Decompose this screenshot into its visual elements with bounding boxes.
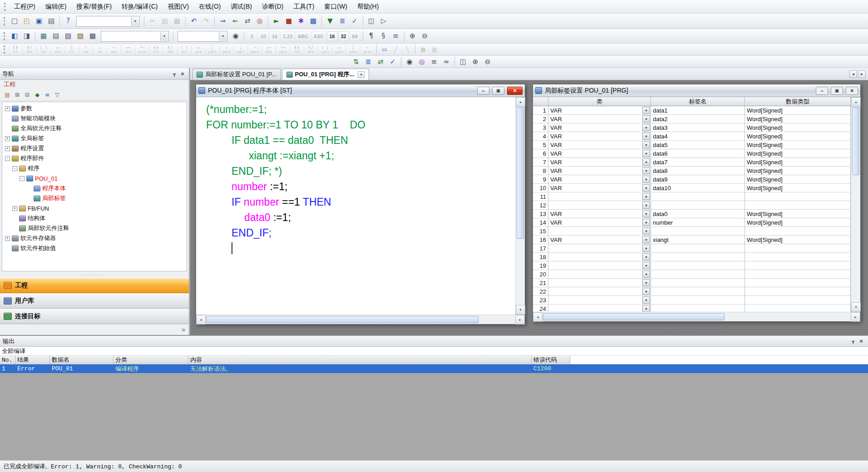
label-name-cell[interactable]: number xyxy=(651,218,745,226)
class-cell[interactable]: VAR xyxy=(548,115,651,123)
help-button[interactable]: ? xyxy=(62,15,74,27)
expand-icon[interactable]: + xyxy=(12,206,17,211)
ladder-symbol-sf6-button[interactable]: ▭sF6 xyxy=(51,44,64,55)
watch-register-button[interactable]: ◫ xyxy=(457,56,469,68)
st-view-button[interactable]: ▤ xyxy=(50,30,62,42)
data-type-cell[interactable]: Word[Signed] xyxy=(745,167,851,175)
edit-line-button[interactable]: ╱ xyxy=(390,44,401,54)
scroll-tabs-right-icon[interactable] xyxy=(858,70,866,78)
output-col-category[interactable]: 分类 xyxy=(113,356,188,364)
label-name-cell[interactable]: data8 xyxy=(651,167,745,175)
menu-drag-handle[interactable] xyxy=(4,3,7,11)
zoom-in-button[interactable]: ⊕ xyxy=(407,30,419,42)
collapse-icon[interactable]: - xyxy=(5,156,10,161)
horizontal-scrollbar[interactable] xyxy=(196,315,525,324)
expand-all-button[interactable]: ⊞ xyxy=(13,90,22,99)
ladder-symbol-f5-button[interactable]: ┥┝F5 xyxy=(9,44,22,55)
ladder-symbol-f9-button[interactable]: ↓F9 xyxy=(93,44,107,55)
class-dropdown-button[interactable] xyxy=(642,219,650,226)
label-name-cell[interactable]: data10 xyxy=(651,184,745,192)
splitter-handle[interactable] xyxy=(0,272,189,278)
tree-item-device-initial-value[interactable]: 软元件初始值 xyxy=(2,243,187,253)
redo-button[interactable]: ↷ xyxy=(200,15,212,27)
output-col-no[interactable]: No. xyxy=(0,356,15,364)
data-type-cell[interactable]: Word[Signed] xyxy=(745,123,851,132)
label-name-cell[interactable]: data9 xyxy=(651,175,745,183)
device-batch-monitor-button[interactable]: ▩ xyxy=(307,15,319,27)
label-name-cell[interactable] xyxy=(651,192,745,201)
menu-item-4[interactable]: 转换/编译(C) xyxy=(117,1,163,13)
class-cell[interactable] xyxy=(548,296,651,304)
rebuild-all-button[interactable]: ≣ xyxy=(336,15,348,27)
scroll-tabs-left-icon[interactable] xyxy=(849,70,857,78)
open-project-button[interactable]: ◰ xyxy=(21,15,33,27)
monitor-16bit-button[interactable]: 16 xyxy=(327,31,338,41)
data-type-cell[interactable]: Word[Signed] xyxy=(745,132,851,140)
zoom-in-button[interactable]: ⊕ xyxy=(469,56,481,68)
copy-button[interactable]: ▥ xyxy=(159,15,171,27)
delete-line-button[interactable]: ╲ xyxy=(402,44,413,54)
monitor-64bit-button[interactable]: 64 xyxy=(350,31,360,41)
tree-item-global-label[interactable]: +全局标签 xyxy=(2,133,187,143)
close-tab-icon[interactable] xyxy=(358,71,365,78)
class-cell[interactable] xyxy=(548,287,651,295)
data-type-cell[interactable] xyxy=(745,192,851,201)
find-button[interactable]: ◉ xyxy=(230,30,242,42)
class-cell[interactable] xyxy=(548,244,651,252)
sampling-trace-button[interactable]: ≈ xyxy=(440,56,452,68)
inline-st-insert-button[interactable]: ▭ xyxy=(379,44,390,54)
project-view-button[interactable]: 工程 xyxy=(0,278,189,293)
st-editor-titlebar[interactable]: POU_01 [PRG] 程序本体 [ST] xyxy=(196,84,525,97)
expand-icon[interactable]: + xyxy=(5,106,10,111)
build-button[interactable]: ▼ xyxy=(324,15,336,27)
class-cell[interactable] xyxy=(548,201,651,209)
note-display-button[interactable]: ≡ xyxy=(390,30,402,42)
data-type-cell[interactable] xyxy=(745,244,851,252)
collapse-all-button[interactable]: ⊟ xyxy=(23,90,32,99)
class-cell[interactable]: VAR xyxy=(548,123,651,132)
filter-button[interactable]: ▽ xyxy=(53,90,62,99)
ladder-symbol-af10-button[interactable]: ─aF10 xyxy=(360,44,374,55)
label-name-cell[interactable]: xiangt xyxy=(651,236,745,244)
cross-reference-button[interactable]: ◎ xyxy=(416,56,428,68)
tree-item-device-memory[interactable]: +软元件存储器 xyxy=(2,233,187,243)
watch-window-button[interactable]: ◫ xyxy=(365,15,377,27)
pin-icon[interactable] xyxy=(170,70,178,78)
ladder-symbol-sf8-button[interactable]: ┥/sF8 xyxy=(163,44,177,55)
monitor-32bit-button[interactable]: 32 xyxy=(338,31,349,41)
expand-icon[interactable]: + xyxy=(5,136,10,141)
label-name-cell[interactable] xyxy=(651,201,745,209)
label-name-cell[interactable] xyxy=(651,244,745,252)
class-cell[interactable] xyxy=(548,270,651,278)
class-cell[interactable] xyxy=(548,261,651,270)
minimize-button[interactable] xyxy=(477,87,489,95)
column-header-class[interactable]: 类 xyxy=(548,97,651,106)
output-error-row[interactable]: 1 Error POU_01 编译程序 无法解析语法。 C1200 xyxy=(0,364,868,373)
chevron-down-icon[interactable] xyxy=(131,17,139,26)
scrollbar-thumb[interactable] xyxy=(543,313,725,320)
find-device-button[interactable]: ◉ xyxy=(404,56,415,68)
label-settings-titlebar[interactable]: 局部标签设置 POU_01 [PRG] xyxy=(533,84,860,97)
scrollbar-thumb[interactable] xyxy=(852,107,859,175)
class-dropdown-button[interactable] xyxy=(642,227,650,235)
view-combo[interactable] xyxy=(101,31,169,42)
toolbar-combo[interactable] xyxy=(76,16,140,27)
chevron-down-icon[interactable] xyxy=(160,32,168,41)
display-hexadecimal-button[interactable]: 16 xyxy=(269,31,280,41)
scrollbar-thumb[interactable] xyxy=(206,316,478,323)
scroll-down-icon[interactable] xyxy=(851,302,861,312)
class-cell[interactable]: VAR xyxy=(548,149,651,157)
class-cell[interactable]: VAR xyxy=(548,210,651,218)
label-name-cell[interactable] xyxy=(651,270,745,278)
menu-item-6[interactable]: 在线(O) xyxy=(194,1,226,13)
ladder-edit-mode-button[interactable]: ▦ xyxy=(418,44,429,54)
label-view-button[interactable]: ▨ xyxy=(74,30,86,42)
project-view-settings-button[interactable]: ▤ xyxy=(3,90,12,99)
simulation-button[interactable]: ▷ xyxy=(378,15,390,27)
horizontal-scrollbar[interactable] xyxy=(533,312,860,321)
label-name-cell[interactable] xyxy=(651,305,745,312)
label-name-cell[interactable]: data6 xyxy=(651,149,745,157)
data-security-button[interactable]: ◆ xyxy=(33,90,42,99)
class-dropdown-button[interactable] xyxy=(642,279,650,286)
scroll-left-icon[interactable] xyxy=(196,315,206,324)
